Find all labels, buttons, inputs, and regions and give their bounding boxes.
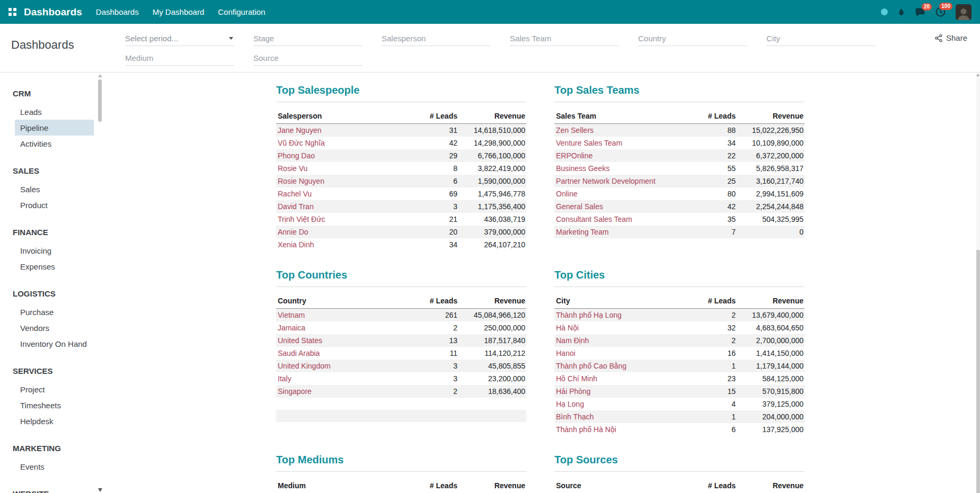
sidebar-item-leads[interactable]: Leads — [15, 104, 94, 120]
city-filter-input[interactable] — [766, 31, 876, 46]
record-link[interactable]: Rosie Vu — [276, 162, 416, 175]
record-link[interactable]: Vietnam — [276, 309, 416, 322]
record-link[interactable]: Venture Sales Team — [554, 137, 694, 149]
sidebar-scrollbar-thumb[interactable] — [98, 79, 102, 122]
record-link[interactable]: Italy — [276, 372, 416, 385]
column-header-revenue: Revenue — [458, 479, 526, 493]
cell-value: 4,683,604,650 — [737, 321, 805, 334]
record-link[interactable]: Thành phố Cao Bằng — [554, 360, 694, 372]
record-link[interactable]: Partner Network Development — [554, 175, 694, 187]
sidebar-item-helpdesk[interactable]: Helpdesk — [15, 413, 94, 429]
control-panel: Dashboards Select period... Share — [0, 24, 980, 73]
table-row: Venture Sales Team3410,109,890,000 — [554, 137, 805, 149]
record-link[interactable]: Nam Định — [554, 334, 694, 347]
sidebar-item-events[interactable]: Events — [15, 459, 94, 474]
sidebar-item-activities[interactable]: Activities — [15, 136, 94, 151]
record-link[interactable]: Trịnh Việt Đức — [276, 213, 416, 226]
record-link[interactable]: Marketing Team — [554, 226, 694, 238]
sidebar-section-heading: CRM — [0, 88, 104, 104]
medium-filter-input[interactable] — [125, 51, 234, 66]
source-filter-input[interactable] — [253, 51, 363, 66]
record-link[interactable]: Annie Do — [276, 226, 416, 238]
sidebar-item-sales[interactable]: Sales — [15, 181, 94, 197]
cell-value: 1,175,356,400 — [458, 200, 526, 213]
record-link[interactable]: Zen Sellers — [554, 124, 694, 137]
record-link[interactable]: Online — [554, 187, 694, 200]
record-link[interactable]: David Tran — [276, 200, 416, 213]
app-brand[interactable]: Dashboards — [24, 6, 82, 18]
column-header-leads: # Leads — [416, 479, 458, 493]
cell-value: 379,125,000 — [737, 398, 805, 410]
widget-title: Top Countries — [276, 269, 526, 287]
record-link[interactable]: Vũ Đức Nghĩa — [276, 137, 416, 149]
record-link[interactable]: Jane Nguyen — [276, 124, 416, 137]
column-header-leads: # Leads — [694, 479, 737, 493]
record-link[interactable]: Thành phố Hà Nội — [554, 423, 694, 436]
sidebar-item-timesheets[interactable]: Timesheets — [15, 397, 94, 413]
top-countries-table: Country# LeadsRevenueVietnam26145,084,96… — [276, 294, 526, 434]
record-link[interactable]: Jamaica — [276, 321, 416, 334]
table-row: Xenia Dinh34264,107,210 — [276, 238, 526, 251]
share-button[interactable]: Share — [934, 33, 967, 42]
record-link[interactable]: Hạ Long — [554, 398, 694, 410]
record-link[interactable]: Thành phố Hạ Long — [554, 309, 694, 322]
record-link[interactable]: United Kingdom — [276, 360, 416, 372]
stage-filter-input[interactable] — [253, 31, 363, 46]
menu-item-dashboards[interactable]: Dashboards — [96, 7, 139, 16]
sidebar-item-product[interactable]: Product — [15, 197, 94, 213]
record-link[interactable]: Singapore — [276, 385, 416, 398]
record-link[interactable]: Hà Nội — [554, 321, 694, 334]
record-link — [276, 422, 416, 434]
sidebar-item-pipeline[interactable]: Pipeline — [15, 120, 94, 136]
record-link[interactable]: Consultant Sales Team — [554, 213, 694, 226]
salesperson-filter-input[interactable] — [382, 31, 491, 46]
record-link[interactable]: Phong Dao — [276, 149, 416, 162]
record-link[interactable]: Bình Thạch — [554, 410, 694, 423]
record-link[interactable]: Xenia Dinh — [276, 238, 416, 251]
column-header-revenue: Revenue — [458, 294, 526, 309]
ink-drop-icon[interactable] — [897, 7, 905, 17]
scroll-down-arrow-icon[interactable] — [98, 488, 102, 492]
chevron-down-icon — [229, 37, 233, 40]
sidebar-item-invoicing[interactable]: Invoicing — [15, 243, 94, 258]
record-link[interactable]: Hải Phòng — [554, 385, 694, 398]
page-scrollbar[interactable] — [976, 73, 980, 493]
sidebar-scrollbar[interactable] — [98, 73, 102, 493]
top-salespeople-table: Salesperson# LeadsRevenueJane Nguyen3114… — [276, 110, 526, 251]
country-filter-input[interactable] — [638, 31, 747, 46]
record-link[interactable]: Saudi Arabia — [276, 347, 416, 360]
user-avatar[interactable] — [956, 4, 972, 20]
record-link[interactable]: Hồ Chí Minh — [554, 372, 694, 385]
cell-value: 45,805,855 — [458, 360, 526, 372]
sidebar-section-heading: LOGISTICS — [0, 288, 104, 304]
record-link[interactable]: United States — [276, 334, 416, 347]
sidebar-item-inventory-on-hand[interactable]: Inventory On Hand — [15, 336, 94, 352]
record-link[interactable]: Hanoi — [554, 347, 694, 360]
page-scrollbar-thumb[interactable] — [976, 250, 980, 493]
record-link[interactable]: General Sales — [554, 200, 694, 213]
cell-value: 137,925,000 — [737, 423, 805, 436]
messages-icon[interactable]: 20 — [915, 7, 925, 17]
widget-top-mediums: Top Mediums Medium# LeadsRevenueDirect46… — [276, 454, 526, 493]
record-link[interactable]: Rachel Vu — [276, 187, 416, 200]
menu-item-my-dashboard[interactable]: My Dashboard — [153, 7, 205, 16]
sidebar-item-project[interactable]: Project — [15, 381, 94, 397]
page-scroll-up-arrow-icon[interactable] — [976, 74, 979, 76]
scroll-up-arrow-icon[interactable] — [98, 74, 102, 77]
sidebar-item-vendors[interactable]: Vendors — [15, 320, 94, 336]
record-link[interactable]: ERPOnline — [554, 149, 694, 162]
activities-clock-icon[interactable]: 100 — [935, 6, 946, 17]
cell-value: 15,022,226,950 — [737, 124, 805, 137]
record-link[interactable]: Business Geeks — [554, 162, 694, 175]
sales-team-filter-input[interactable] — [510, 31, 619, 46]
status-indicator-icon — [881, 8, 888, 15]
sidebar-item-expenses[interactable]: Expenses — [15, 258, 94, 274]
cell-value — [416, 398, 458, 410]
sidebar-item-purchase[interactable]: Purchase — [15, 304, 94, 320]
table-row: Thành phố Cao Bằng11,179,144,000 — [554, 360, 805, 372]
apps-grid-icon[interactable] — [8, 8, 16, 16]
record-link[interactable]: Rosie Nguyen — [276, 175, 416, 187]
table-row: Annie Do20379,000,000 — [276, 226, 526, 238]
period-select[interactable]: Select period... — [125, 31, 234, 46]
menu-item-configuration[interactable]: Configuration — [218, 7, 265, 16]
